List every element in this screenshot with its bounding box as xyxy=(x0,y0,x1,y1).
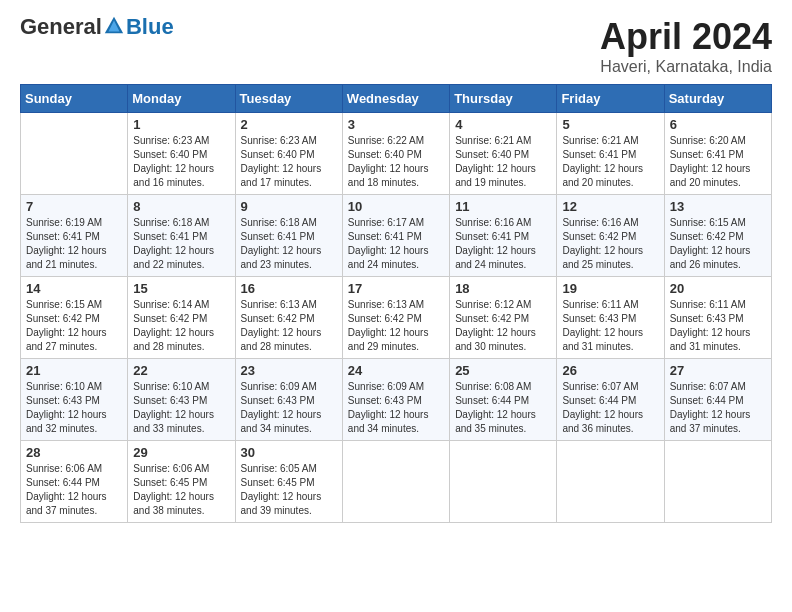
calendar-cell xyxy=(664,441,771,523)
day-number: 4 xyxy=(455,117,551,132)
day-detail: Sunrise: 6:10 AMSunset: 6:43 PMDaylight:… xyxy=(133,380,229,436)
day-number: 8 xyxy=(133,199,229,214)
title-block: April 2024 Haveri, Karnataka, India xyxy=(600,16,772,76)
day-number: 24 xyxy=(348,363,444,378)
weekday-header-tuesday: Tuesday xyxy=(235,85,342,113)
calendar-cell: 23Sunrise: 6:09 AMSunset: 6:43 PMDayligh… xyxy=(235,359,342,441)
calendar-cell: 16Sunrise: 6:13 AMSunset: 6:42 PMDayligh… xyxy=(235,277,342,359)
day-number: 19 xyxy=(562,281,658,296)
calendar-cell: 15Sunrise: 6:14 AMSunset: 6:42 PMDayligh… xyxy=(128,277,235,359)
day-number: 9 xyxy=(241,199,337,214)
day-number: 7 xyxy=(26,199,122,214)
day-detail: Sunrise: 6:23 AMSunset: 6:40 PMDaylight:… xyxy=(241,134,337,190)
day-number: 6 xyxy=(670,117,766,132)
day-number: 21 xyxy=(26,363,122,378)
day-number: 23 xyxy=(241,363,337,378)
calendar-cell: 25Sunrise: 6:08 AMSunset: 6:44 PMDayligh… xyxy=(450,359,557,441)
calendar-subtitle: Haveri, Karnataka, India xyxy=(600,58,772,76)
day-detail: Sunrise: 6:16 AMSunset: 6:41 PMDaylight:… xyxy=(455,216,551,272)
calendar-cell: 12Sunrise: 6:16 AMSunset: 6:42 PMDayligh… xyxy=(557,195,664,277)
weekday-header-friday: Friday xyxy=(557,85,664,113)
day-number: 18 xyxy=(455,281,551,296)
calendar-cell xyxy=(557,441,664,523)
calendar-cell: 13Sunrise: 6:15 AMSunset: 6:42 PMDayligh… xyxy=(664,195,771,277)
day-detail: Sunrise: 6:23 AMSunset: 6:40 PMDaylight:… xyxy=(133,134,229,190)
day-number: 11 xyxy=(455,199,551,214)
weekday-header-saturday: Saturday xyxy=(664,85,771,113)
day-number: 3 xyxy=(348,117,444,132)
calendar-cell: 30Sunrise: 6:05 AMSunset: 6:45 PMDayligh… xyxy=(235,441,342,523)
day-detail: Sunrise: 6:21 AMSunset: 6:41 PMDaylight:… xyxy=(562,134,658,190)
day-detail: Sunrise: 6:07 AMSunset: 6:44 PMDaylight:… xyxy=(670,380,766,436)
day-number: 14 xyxy=(26,281,122,296)
day-number: 20 xyxy=(670,281,766,296)
calendar-cell: 4Sunrise: 6:21 AMSunset: 6:40 PMDaylight… xyxy=(450,113,557,195)
calendar-cell xyxy=(342,441,449,523)
calendar-cell: 22Sunrise: 6:10 AMSunset: 6:43 PMDayligh… xyxy=(128,359,235,441)
week-row-4: 21Sunrise: 6:10 AMSunset: 6:43 PMDayligh… xyxy=(21,359,772,441)
day-number: 17 xyxy=(348,281,444,296)
day-detail: Sunrise: 6:14 AMSunset: 6:42 PMDaylight:… xyxy=(133,298,229,354)
weekday-header-thursday: Thursday xyxy=(450,85,557,113)
day-number: 12 xyxy=(562,199,658,214)
day-detail: Sunrise: 6:12 AMSunset: 6:42 PMDaylight:… xyxy=(455,298,551,354)
day-number: 27 xyxy=(670,363,766,378)
weekday-header-wednesday: Wednesday xyxy=(342,85,449,113)
logo: GeneralBlue xyxy=(20,16,174,39)
day-detail: Sunrise: 6:17 AMSunset: 6:41 PMDaylight:… xyxy=(348,216,444,272)
day-detail: Sunrise: 6:10 AMSunset: 6:43 PMDaylight:… xyxy=(26,380,122,436)
calendar-cell: 6Sunrise: 6:20 AMSunset: 6:41 PMDaylight… xyxy=(664,113,771,195)
calendar-cell: 1Sunrise: 6:23 AMSunset: 6:40 PMDaylight… xyxy=(128,113,235,195)
day-detail: Sunrise: 6:20 AMSunset: 6:41 PMDaylight:… xyxy=(670,134,766,190)
week-row-5: 28Sunrise: 6:06 AMSunset: 6:44 PMDayligh… xyxy=(21,441,772,523)
calendar-cell: 28Sunrise: 6:06 AMSunset: 6:44 PMDayligh… xyxy=(21,441,128,523)
calendar-cell xyxy=(450,441,557,523)
calendar-cell: 17Sunrise: 6:13 AMSunset: 6:42 PMDayligh… xyxy=(342,277,449,359)
calendar-cell: 3Sunrise: 6:22 AMSunset: 6:40 PMDaylight… xyxy=(342,113,449,195)
day-number: 16 xyxy=(241,281,337,296)
day-detail: Sunrise: 6:13 AMSunset: 6:42 PMDaylight:… xyxy=(348,298,444,354)
day-number: 10 xyxy=(348,199,444,214)
day-detail: Sunrise: 6:18 AMSunset: 6:41 PMDaylight:… xyxy=(241,216,337,272)
calendar-cell: 2Sunrise: 6:23 AMSunset: 6:40 PMDaylight… xyxy=(235,113,342,195)
day-number: 15 xyxy=(133,281,229,296)
calendar-cell: 18Sunrise: 6:12 AMSunset: 6:42 PMDayligh… xyxy=(450,277,557,359)
day-detail: Sunrise: 6:18 AMSunset: 6:41 PMDaylight:… xyxy=(133,216,229,272)
day-detail: Sunrise: 6:09 AMSunset: 6:43 PMDaylight:… xyxy=(241,380,337,436)
day-number: 30 xyxy=(241,445,337,460)
day-number: 5 xyxy=(562,117,658,132)
day-detail: Sunrise: 6:13 AMSunset: 6:42 PMDaylight:… xyxy=(241,298,337,354)
calendar-cell: 8Sunrise: 6:18 AMSunset: 6:41 PMDaylight… xyxy=(128,195,235,277)
day-detail: Sunrise: 6:06 AMSunset: 6:44 PMDaylight:… xyxy=(26,462,122,518)
calendar-cell: 9Sunrise: 6:18 AMSunset: 6:41 PMDaylight… xyxy=(235,195,342,277)
day-detail: Sunrise: 6:07 AMSunset: 6:44 PMDaylight:… xyxy=(562,380,658,436)
logo-blue: Blue xyxy=(126,14,174,39)
calendar-cell: 10Sunrise: 6:17 AMSunset: 6:41 PMDayligh… xyxy=(342,195,449,277)
calendar-cell: 11Sunrise: 6:16 AMSunset: 6:41 PMDayligh… xyxy=(450,195,557,277)
calendar-cell: 29Sunrise: 6:06 AMSunset: 6:45 PMDayligh… xyxy=(128,441,235,523)
weekday-header-monday: Monday xyxy=(128,85,235,113)
calendar-cell: 19Sunrise: 6:11 AMSunset: 6:43 PMDayligh… xyxy=(557,277,664,359)
day-number: 26 xyxy=(562,363,658,378)
day-detail: Sunrise: 6:15 AMSunset: 6:42 PMDaylight:… xyxy=(670,216,766,272)
page-header: GeneralBlue April 2024 Haveri, Karnataka… xyxy=(20,16,772,76)
day-number: 2 xyxy=(241,117,337,132)
day-number: 28 xyxy=(26,445,122,460)
day-number: 1 xyxy=(133,117,229,132)
day-detail: Sunrise: 6:15 AMSunset: 6:42 PMDaylight:… xyxy=(26,298,122,354)
calendar-cell: 7Sunrise: 6:19 AMSunset: 6:41 PMDaylight… xyxy=(21,195,128,277)
weekday-header-row: SundayMondayTuesdayWednesdayThursdayFrid… xyxy=(21,85,772,113)
day-detail: Sunrise: 6:11 AMSunset: 6:43 PMDaylight:… xyxy=(562,298,658,354)
logo-general: General xyxy=(20,14,102,39)
calendar-cell: 26Sunrise: 6:07 AMSunset: 6:44 PMDayligh… xyxy=(557,359,664,441)
week-row-3: 14Sunrise: 6:15 AMSunset: 6:42 PMDayligh… xyxy=(21,277,772,359)
weekday-header-sunday: Sunday xyxy=(21,85,128,113)
day-number: 22 xyxy=(133,363,229,378)
logo-text: GeneralBlue xyxy=(20,16,174,39)
day-number: 25 xyxy=(455,363,551,378)
day-number: 29 xyxy=(133,445,229,460)
week-row-1: 1Sunrise: 6:23 AMSunset: 6:40 PMDaylight… xyxy=(21,113,772,195)
calendar-cell: 5Sunrise: 6:21 AMSunset: 6:41 PMDaylight… xyxy=(557,113,664,195)
day-detail: Sunrise: 6:16 AMSunset: 6:42 PMDaylight:… xyxy=(562,216,658,272)
calendar-table: SundayMondayTuesdayWednesdayThursdayFrid… xyxy=(20,84,772,523)
